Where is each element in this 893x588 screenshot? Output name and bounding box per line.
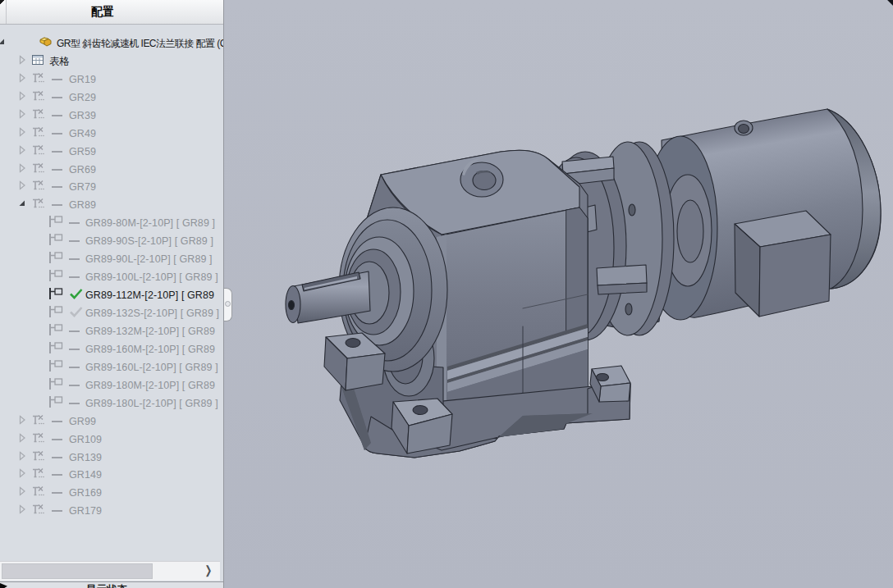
expander-expanded-icon[interactable]	[16, 197, 29, 213]
tree-row-gr39[interactable]: GR39	[0, 107, 223, 125]
tree-row-gr139[interactable]: GR139	[0, 449, 223, 467]
gear-reducer-model	[224, 0, 893, 588]
tree-row-gr69[interactable]: GR69	[0, 161, 223, 179]
derived-config-icon	[48, 322, 66, 340]
dash-marker	[52, 115, 62, 116]
expander-collapsed-icon[interactable]	[16, 449, 29, 466]
tree-row-gr-iec-gr[interactable]: GR型 斜齿轮减速机 IEC法兰联接 配置 (GR	[0, 34, 223, 52]
dash-marker	[69, 349, 80, 350]
tree-row-gr89-180l-2-10p-gr89-[interactable]: GR89-180L-[2-10P] [ GR89 ]	[0, 394, 223, 413]
tree-row-label: GR99	[69, 416, 96, 427]
tree-row-gr29[interactable]: GR29	[0, 89, 223, 107]
dash-marker	[69, 258, 80, 260]
derived-config-icon	[48, 305, 66, 322]
header-divider	[6, 0, 7, 24]
configuration-icon	[30, 449, 48, 466]
derived-config-icon	[48, 358, 66, 376]
tree-row-label: GR169	[69, 487, 102, 499]
tree-row-gr49[interactable]: GR49	[0, 125, 223, 143]
tree-row-gr79[interactable]: GR79	[0, 179, 223, 197]
tree-row-gr89-100l-2-10p-gr89-[interactable]: GR89-100L-[2-10P] [ GR89 ]	[0, 268, 223, 286]
active-check-icon	[69, 288, 84, 303]
expander-collapsed-icon[interactable]	[16, 162, 29, 178]
tree-row-label: GR89-80M-[2-10P] [ GR89 ]	[85, 217, 215, 229]
tree-row-gr89[interactable]: GR89	[0, 196, 223, 214]
dash-marker	[69, 222, 80, 224]
tree-row-label: GR39	[69, 110, 96, 121]
dash-marker	[52, 457, 62, 458]
dash-marker	[52, 97, 62, 98]
expander-collapsed-icon[interactable]	[16, 179, 29, 195]
dash-marker	[69, 403, 80, 404]
tree-row-label: GR89	[69, 199, 96, 211]
design-table-icon	[30, 52, 45, 70]
tree-row-gr169[interactable]: GR169	[0, 484, 223, 502]
tree-row--[interactable]: 表格	[0, 52, 223, 71]
tree-row-label: GR89-180M-[2-10P] [ GR89	[85, 380, 215, 391]
scrollbar-right-arrow[interactable]: ❯	[205, 563, 213, 577]
tree-row-label: GR69	[69, 164, 96, 175]
scrollbar-thumb[interactable]	[2, 563, 153, 579]
tree-row-gr109[interactable]: GR109	[0, 431, 223, 449]
mouse-cursor	[0, 583, 7, 588]
tree-row-gr89-90s-2-10p-gr89-[interactable]: GR89-90S-[2-10P] [ GR89 ]	[0, 232, 223, 250]
expander-collapsed-icon[interactable]	[16, 485, 29, 501]
tree-row-gr89-80m-2-10p-gr89-[interactable]: GR89-80M-[2-10P] [ GR89 ]	[0, 214, 223, 232]
configurations-root-icon	[39, 34, 53, 52]
dash-marker	[52, 421, 62, 422]
tree-row-label: GR19	[69, 74, 96, 85]
tree-row-gr179[interactable]: GR179	[0, 502, 223, 520]
configuration-icon	[30, 503, 48, 520]
dash-marker	[52, 204, 62, 206]
tree-row-label: GR149	[69, 469, 102, 481]
expander-collapsed-icon[interactable]	[16, 89, 29, 106]
tree-row-gr89-160m-2-10p-gr89[interactable]: GR89-160M-[2-10P] [ GR89	[0, 340, 223, 358]
expander-collapsed-icon[interactable]	[16, 413, 29, 430]
tree-row-gr89-180m-2-10p-gr89[interactable]: GR89-180M-[2-10P] [ GR89	[0, 376, 223, 394]
configuration-manager-panel: 配置 GR型 斜齿轮减速机 IEC法兰联接 配置 (GR表格GR19GR29GR…	[0, 0, 224, 588]
expander-expanded-icon[interactable]	[0, 35, 8, 52]
tree-row-label: GR89-132S-[2-10P] [ GR89 ]	[85, 308, 219, 319]
dash-marker	[69, 385, 80, 386]
dash-marker	[52, 510, 62, 512]
expander-collapsed-icon[interactable]	[16, 107, 29, 124]
3d-viewport[interactable]	[224, 0, 893, 588]
tree-row-label: GR89-90L-[2-10P] [ GR89 ]	[85, 253, 213, 265]
derived-config-icon-active	[48, 287, 66, 304]
derived-config-icon	[48, 269, 66, 286]
expander-collapsed-icon[interactable]	[16, 144, 29, 160]
terminal-box	[735, 211, 831, 317]
derived-config-icon	[48, 251, 66, 268]
tree-row-gr89-132s-2-10p-gr89-[interactable]: GR89-132S-[2-10P] [ GR89 ]	[0, 304, 223, 322]
panel-title: 配置	[91, 5, 114, 20]
expander-collapsed-icon[interactable]	[16, 467, 29, 483]
expander-collapsed-icon[interactable]	[16, 431, 29, 448]
expander-collapsed-icon[interactable]	[16, 503, 29, 519]
expander-collapsed-icon[interactable]	[16, 71, 29, 88]
derived-config-icon	[48, 340, 66, 358]
tree-row-gr19[interactable]: GR19	[0, 71, 223, 89]
tree-row-gr89-90l-2-10p-gr89-[interactable]: GR89-90L-[2-10P] [ GR89 ]	[0, 250, 223, 268]
configuration-icon	[30, 89, 48, 106]
tree-row-gr89-112m-2-10p-gr89[interactable]: GR89-112M-[2-10P] [ GR89	[0, 286, 223, 304]
panel-splitter-handle[interactable]	[224, 288, 232, 321]
dash-marker	[52, 439, 62, 440]
tree-row-label: 表格	[49, 54, 70, 68]
tree-row-gr99[interactable]: GR99	[0, 413, 223, 431]
viewport-corner-mark	[887, 0, 893, 8]
dash-marker	[52, 151, 62, 153]
tree-row-gr89-132m-2-10p-gr89[interactable]: GR89-132M-[2-10P] [ GR89	[0, 322, 223, 340]
horizontal-scrollbar[interactable]: ❯	[0, 561, 220, 581]
configuration-icon	[30, 143, 48, 160]
dash-marker	[52, 133, 62, 134]
tree-row-gr89-160l-2-10p-gr89-[interactable]: GR89-160L-[2-10P] [ GR89 ]	[0, 358, 223, 376]
configuration-icon	[30, 485, 48, 502]
expander-collapsed-icon[interactable]	[16, 125, 29, 142]
tree-row-gr59[interactable]: GR59	[0, 143, 223, 161]
tree-row-gr149[interactable]: GR149	[0, 467, 223, 485]
tree-row-label: GR89-180L-[2-10P] [ GR89 ]	[85, 398, 218, 409]
expander-collapsed-icon[interactable]	[16, 53, 29, 70]
dash-marker	[52, 186, 62, 188]
configuration-tree: GR型 斜齿轮减速机 IEC法兰联接 配置 (GR表格GR19GR29GR39G…	[0, 34, 223, 520]
configuration-icon	[30, 467, 48, 484]
